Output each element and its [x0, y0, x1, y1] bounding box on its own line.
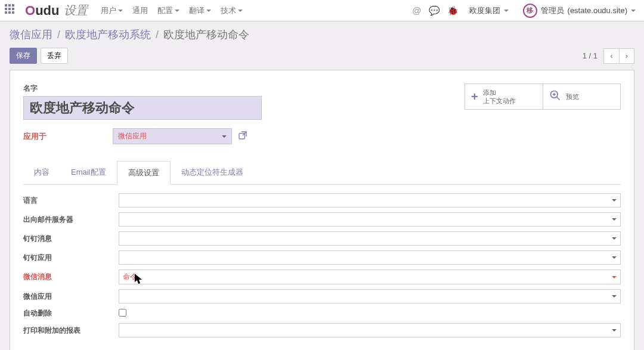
apps-icon[interactable]	[5, 4, 18, 17]
pager: 1 / 1 ‹ ›	[583, 48, 634, 64]
form-sheet: 名字 应用于 微信应用 + 添加 上下文动作	[10, 70, 634, 350]
pager-next-button[interactable]: ›	[619, 48, 634, 64]
nav-general-label: 通用	[132, 5, 148, 16]
select-ding-app[interactable]	[119, 250, 621, 265]
select-attach-report[interactable]	[119, 323, 621, 337]
nav-general[interactable]: 通用	[129, 2, 151, 20]
select-ding-msg[interactable]	[119, 231, 621, 246]
app-title: 设置	[64, 2, 88, 18]
brand-logo[interactable]: Oudu	[25, 3, 59, 18]
bug-icon[interactable]: 🐞	[447, 5, 459, 16]
breadcrumb-estate-mobile[interactable]: 欧度地产移动系统	[65, 27, 151, 42]
user-name: 管理员	[541, 5, 564, 16]
company-name: 欧度集团	[469, 5, 500, 16]
row-attach-report: 打印和附加的报表	[23, 321, 621, 340]
checkbox-auto-delete[interactable]	[119, 309, 126, 317]
preview-button[interactable]: 预览	[543, 84, 621, 109]
label-wx-msg: 微信消息	[23, 272, 119, 282]
tab-content[interactable]: 内容	[23, 161, 60, 184]
control-panel: 微信应用 / 欧度地产移动系统 / 欧度地产移动命令 保存 丢弃 1 / 1 ‹…	[0, 21, 644, 70]
applied-row: 应用于 微信应用	[23, 128, 453, 144]
pager-buttons: ‹ ›	[603, 48, 634, 64]
row-auto-delete: 自动删除	[23, 306, 621, 321]
tab-email[interactable]: Email配置	[60, 161, 117, 184]
name-label: 名字	[23, 83, 453, 94]
caret-down-icon	[631, 10, 636, 12]
sheet-header: 名字 应用于 微信应用 + 添加 上下文动作	[23, 83, 621, 144]
preview-label: 预览	[566, 92, 579, 101]
nav-translate-label: 翻译	[189, 5, 205, 16]
tab-advanced[interactable]: 高级设置	[117, 161, 171, 185]
label-wx-app: 微信应用	[23, 292, 119, 302]
actions-row: 保存 丢弃 1 / 1 ‹ ›	[10, 48, 634, 64]
row-language: 语言	[23, 191, 621, 210]
caret-down-icon	[504, 10, 509, 12]
breadcrumb-current: 欧度地产移动命令	[163, 27, 249, 42]
select-wx-app[interactable]	[119, 289, 621, 303]
magnify-plus-icon	[549, 89, 561, 104]
caret-down-icon	[612, 276, 617, 278]
wx-msg-value: 命令	[123, 272, 137, 282]
avatar: 移	[523, 4, 537, 18]
add-context-action-button[interactable]: + 添加 上下文动作	[465, 84, 543, 109]
stat-line2: 上下文动作	[483, 97, 516, 105]
topbar: Oudu 设置 用户 通用 配置 翻译 技术 @ 💬 🐞 欧度集团 移 管理员 …	[0, 0, 644, 21]
row-ding-app: 钉钉应用	[23, 248, 621, 267]
row-ding-msg: 钉钉消息	[23, 229, 621, 248]
separator: /	[57, 29, 60, 41]
caret-down-icon	[612, 329, 617, 332]
caret-down-icon	[222, 135, 227, 138]
nav-config-label: 配置	[157, 5, 173, 16]
select-wx-msg[interactable]: 命令	[119, 270, 621, 284]
svg-line-2	[556, 97, 559, 100]
brand-rest: udu	[35, 3, 59, 18]
user-menu[interactable]: 移 管理员 (estate.oudu.site)	[519, 2, 639, 19]
company-switcher[interactable]: 欧度集团	[466, 4, 512, 17]
external-link-icon[interactable]	[238, 131, 247, 143]
select-smtp[interactable]	[119, 212, 621, 227]
topbar-right: @ 💬 🐞 欧度集团 移 管理员 (estate.oudu.site)	[412, 2, 639, 19]
pager-counter: 1 / 1	[583, 51, 597, 60]
save-button[interactable]: 保存	[10, 48, 37, 64]
title-block: 名字 应用于 微信应用	[23, 83, 453, 144]
discard-button[interactable]: 丢弃	[41, 48, 68, 64]
label-attach-report: 打印和附加的报表	[23, 326, 119, 336]
select-language[interactable]	[119, 193, 621, 207]
chat-icon[interactable]: 💬	[429, 5, 440, 16]
caret-down-icon	[206, 10, 211, 12]
label-smtp: 出向邮件服务器	[23, 215, 119, 225]
brand-o: O	[25, 3, 35, 18]
at-icon[interactable]: @	[412, 5, 421, 16]
tabs: 内容 Email配置 高级设置 动态定位符生成器	[23, 161, 621, 185]
pager-prev-button[interactable]: ‹	[603, 48, 619, 64]
stat-text: 添加 上下文动作	[483, 88, 516, 106]
separator: /	[156, 29, 159, 41]
stat-line1: 添加	[483, 88, 516, 97]
plus-icon: +	[471, 90, 478, 104]
label-auto-delete: 自动删除	[23, 308, 119, 318]
breadcrumb: 微信应用 / 欧度地产移动系统 / 欧度地产移动命令	[10, 27, 634, 42]
nav-users[interactable]: 用户	[97, 2, 126, 20]
row-smtp: 出向邮件服务器	[23, 210, 621, 229]
applied-value: 微信应用	[118, 131, 147, 141]
nav-users-label: 用户	[101, 5, 116, 16]
name-input[interactable]	[23, 96, 262, 120]
nav-technical-label: 技术	[221, 5, 236, 16]
user-site: (estate.oudu.site)	[568, 6, 627, 15]
applied-label: 应用于	[23, 131, 107, 142]
caret-down-icon	[118, 10, 123, 12]
label-ding-msg: 钉钉消息	[23, 234, 119, 244]
nav-config[interactable]: 配置	[154, 2, 183, 20]
row-wx-app: 微信应用	[23, 287, 621, 306]
label-language: 语言	[23, 196, 119, 206]
caret-down-icon	[612, 256, 617, 259]
applied-select[interactable]: 微信应用	[113, 128, 232, 144]
nav-technical[interactable]: 技术	[217, 2, 246, 20]
nav-translate[interactable]: 翻译	[185, 2, 215, 20]
stat-buttons: + 添加 上下文动作 预览	[465, 83, 621, 110]
row-wx-msg: 微信消息 命令	[23, 267, 621, 287]
caret-down-icon	[612, 295, 617, 298]
tab-dynamic[interactable]: 动态定位符生成器	[171, 161, 254, 184]
breadcrumb-wechat-apps[interactable]: 微信应用	[10, 27, 52, 42]
nav-menu: 用户 通用 配置 翻译 技术	[97, 2, 246, 20]
